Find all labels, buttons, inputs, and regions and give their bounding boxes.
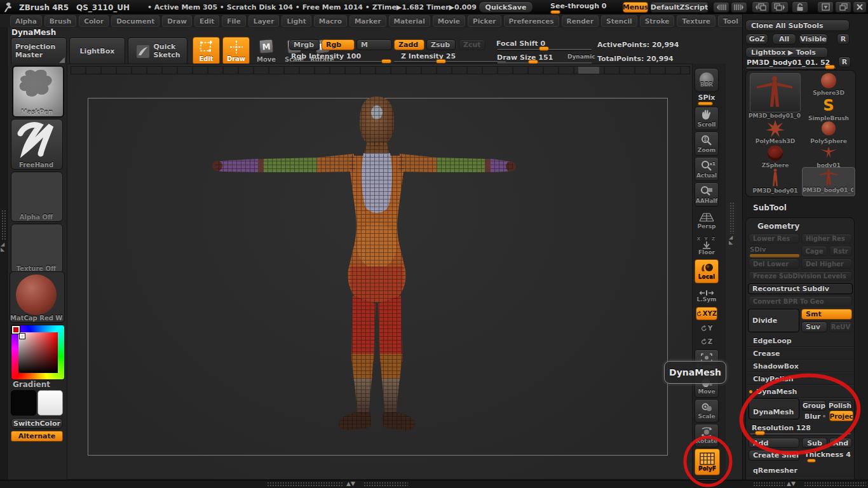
z-intensity-knob[interactable]	[436, 59, 446, 64]
clone-all-subtools-button[interactable]: Clone All SubTools	[745, 20, 850, 31]
tool-item-pm3d-body01[interactable]: PM3D_body01	[750, 168, 801, 195]
draw-size-label[interactable]: Draw Size 151	[497, 53, 553, 62]
divider-left-button[interactable]	[713, 2, 729, 13]
tool-item-polymesh3d[interactable]: PolyMesh3D	[750, 120, 801, 146]
projection-master-button[interactable]: Projection Master	[11, 37, 67, 65]
persp-button[interactable]: Persp	[695, 209, 719, 233]
resolution-track[interactable]	[750, 433, 851, 435]
quicksave-button[interactable]: QuickSave	[478, 1, 533, 13]
rgb-button[interactable]: Rgb	[322, 39, 355, 50]
bottom-divider-arrows-icon[interactable]: ▲▼	[346, 480, 355, 487]
bottom-divider-grip-left[interactable]	[267, 482, 343, 487]
active-tool-track[interactable]	[747, 67, 836, 69]
menu-draw[interactable]: Draw	[162, 15, 192, 27]
menu-texture[interactable]: Texture	[677, 15, 715, 27]
resolution-knob[interactable]	[755, 431, 765, 435]
suv-button[interactable]: Suv	[801, 322, 827, 332]
menu-preferences[interactable]: Preferences	[504, 15, 559, 27]
scale-3d-button[interactable]: Scale	[695, 399, 719, 423]
blur-dot[interactable]	[822, 414, 826, 418]
bottom-divider-grip-mid[interactable]	[363, 482, 408, 487]
right-divider-arrows-icon[interactable]: ◢◣	[729, 235, 733, 245]
menu-brush[interactable]: Brush	[44, 15, 76, 27]
tool-item-simplebrush[interactable]: S SimpleBrush	[803, 97, 854, 123]
dynamic-label[interactable]: Dynamic	[567, 53, 595, 60]
divider-right-button[interactable]	[731, 2, 747, 13]
close-button[interactable]	[853, 1, 867, 13]
tool-item-zsphere[interactable]: ZSphere	[750, 144, 801, 170]
edgeloop-section[interactable]: EdgeLoop	[747, 335, 854, 347]
visible-button[interactable]: Visible	[799, 34, 828, 44]
reconstruct-subdiv-button[interactable]: Reconstruct Subdiv	[748, 283, 853, 294]
move-button[interactable]: M Move	[254, 38, 279, 64]
lightbox-tools-button[interactable]: Lightbox ▶ Tools	[745, 47, 828, 58]
secondary-color-swatch[interactable]	[37, 390, 63, 416]
menu-macro[interactable]: Macro	[314, 15, 347, 27]
lightbox-button[interactable]: LightBox	[69, 37, 125, 65]
bpr-button[interactable]: BPR	[695, 68, 719, 92]
r-button[interactable]: R	[837, 34, 850, 44]
alternate-button[interactable]: Alternate	[11, 431, 63, 442]
restore-button[interactable]	[835, 1, 851, 13]
create-shell-button[interactable]: Create Shell	[749, 450, 799, 461]
claypolish-section[interactable]: ClayPolish	[747, 373, 854, 385]
project-button[interactable]: Projec	[829, 410, 853, 421]
dynamesh-button[interactable]: DynaMesh	[749, 398, 799, 419]
scroll-button[interactable]: Scroll	[695, 107, 719, 130]
minimize-button[interactable]	[817, 1, 834, 13]
default-zscript-button[interactable]: DefaultZScript	[650, 2, 709, 13]
menus-button[interactable]: Menus	[623, 2, 648, 13]
alpha-selector[interactable]: Alpha Off	[11, 172, 63, 222]
draw-button[interactable]: Draw	[222, 37, 250, 65]
aahalf-button[interactable]: AAHalf	[695, 182, 719, 207]
see-through-slider-label[interactable]: See-through 0	[550, 2, 607, 10]
bottom-divider-arrows-right-icon[interactable]: ▲▼	[787, 480, 796, 487]
rgb-intensity-track[interactable]	[291, 61, 391, 62]
menu-tool[interactable]: Tool	[718, 15, 743, 27]
lock-button[interactable]	[792, 1, 808, 13]
floor-button[interactable]: X Y Z Floor	[695, 234, 719, 258]
menu-document[interactable]: Document	[111, 15, 159, 27]
gradient-label[interactable]: Gradient	[13, 380, 50, 389]
left-divider-grip[interactable]	[1, 210, 6, 240]
m-button[interactable]: M	[356, 39, 392, 50]
menu-material[interactable]: Material	[389, 15, 430, 27]
geometry-header[interactable]: Geometry	[757, 222, 799, 231]
bottom-divider-grip-far-right[interactable]	[804, 482, 866, 487]
menu-light[interactable]: Light	[281, 15, 311, 27]
rotate-3d-button[interactable]: Rotate	[695, 424, 719, 447]
z-axis-button[interactable]: Z	[699, 336, 714, 348]
menu-layer[interactable]: Layer	[248, 15, 280, 27]
z-intensity-track[interactable]	[394, 61, 506, 62]
zadd-button[interactable]: Zadd	[394, 39, 424, 50]
rgb-intensity-label[interactable]: Rgb Intensity 100	[291, 52, 361, 60]
bottom-divider-grip-right[interactable]	[753, 482, 785, 487]
r2-button[interactable]: R	[838, 57, 851, 67]
texture-selector[interactable]: Texture Off	[11, 224, 63, 273]
goz-button[interactable]: GoZ	[745, 34, 768, 44]
right-divider-grip[interactable]	[729, 202, 735, 234]
menu-alpha[interactable]: Alpha	[10, 15, 42, 27]
and-button[interactable]: And	[829, 438, 852, 448]
lsym-button[interactable]: L.Sym	[695, 287, 719, 305]
move-panel-right-button[interactable]	[771, 1, 789, 13]
y-axis-button[interactable]: Y	[699, 322, 714, 334]
main-color-swatch[interactable]	[11, 390, 36, 416]
local-button[interactable]: Local	[695, 259, 719, 283]
focal-shift-knob[interactable]	[539, 46, 549, 51]
crease-section[interactable]: Crease	[747, 348, 854, 360]
stroke-selector[interactable]: FreeHand	[11, 119, 63, 170]
z-intensity-label[interactable]: Z Intensity 25	[401, 52, 456, 60]
mrgb-button[interactable]: Mrgb	[289, 39, 320, 50]
menu-movie[interactable]: Movie	[433, 15, 465, 27]
tool-item-polysphere[interactable]: PolySphere	[803, 120, 854, 146]
tool-item-pm3d-body01-selected[interactable]: PM3D_body01_0	[802, 167, 855, 196]
group-button[interactable]: Group	[802, 400, 826, 410]
smt-button[interactable]: Smt	[801, 309, 852, 320]
divide-button[interactable]: Divide	[748, 309, 799, 332]
edit-button[interactable]: Edit	[193, 37, 220, 65]
thickness-knob[interactable]	[807, 459, 816, 463]
thickness-label[interactable]: Thickness 4	[804, 451, 851, 459]
menu-render[interactable]: Render	[562, 15, 599, 27]
color-picker[interactable]	[11, 325, 65, 380]
